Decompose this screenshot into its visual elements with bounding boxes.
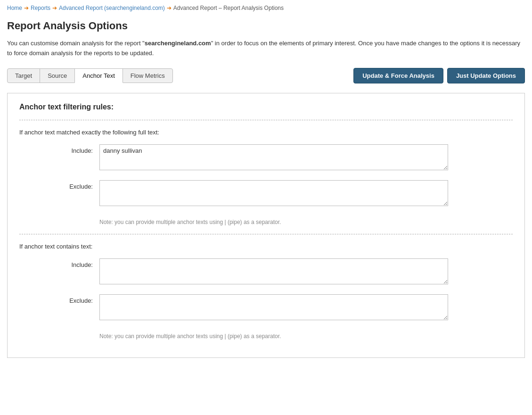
contains-note-spacer — [19, 330, 99, 333]
contains-include-field — [99, 258, 448, 286]
contains-exclude-row: Exclude: — [19, 294, 513, 322]
contains-include-row: Include: — [19, 258, 513, 286]
exact-exclude-row: Exclude: — [19, 180, 513, 208]
breadcrumb-reports[interactable]: Reports — [31, 5, 50, 11]
anchor-text-section-title: Anchor text filtering rules: — [19, 103, 513, 111]
just-update-button[interactable]: Just Update Options — [447, 68, 525, 83]
contains-include-textarea[interactable] — [99, 258, 448, 284]
exact-exclude-textarea[interactable] — [99, 180, 448, 206]
breadcrumb-home[interactable]: Home — [7, 5, 22, 11]
divider-2 — [19, 234, 513, 234]
page-title: Report Analysis Options — [7, 20, 525, 32]
contains-exclude-field — [99, 294, 448, 322]
contains-label: If anchor text contains text: — [19, 243, 513, 250]
tab-source[interactable]: Source — [40, 68, 75, 83]
contains-exclude-label: Exclude: — [19, 294, 99, 304]
breadcrumb-arrow-3: ➔ — [167, 5, 172, 11]
divider-1 — [19, 120, 513, 120]
breadcrumb: Home ➔ Reports ➔ Advanced Report (search… — [7, 5, 525, 11]
breadcrumb-arrow-1: ➔ — [24, 5, 29, 11]
breadcrumb-advanced-report[interactable]: Advanced Report (searchengineland.com) — [59, 5, 165, 11]
exact-note-spacer — [19, 216, 99, 219]
tab-target[interactable]: Target — [7, 68, 40, 83]
exact-exclude-field — [99, 180, 448, 208]
exact-note-row: Note: you can provide multiple anchor te… — [19, 216, 513, 225]
tab-anchor-text[interactable]: Anchor Text — [74, 68, 123, 83]
exact-include-textarea[interactable] — [99, 144, 448, 170]
exact-include-label: Include: — [19, 144, 99, 154]
tabs-row: Target Source Anchor Text Flow Metrics U… — [7, 68, 525, 83]
exact-exclude-label: Exclude: — [19, 180, 99, 190]
exact-note: Note: you can provide multiple anchor te… — [99, 219, 281, 225]
contains-note: Note: you can provide multiple anchor te… — [99, 333, 281, 340]
breadcrumb-arrow-2: ➔ — [52, 5, 57, 11]
exact-include-row: Include: — [19, 144, 513, 172]
contains-include-label: Include: — [19, 258, 99, 268]
contains-note-row: Note: you can provide multiple anchor te… — [19, 330, 513, 340]
tab-flow-metrics[interactable]: Flow Metrics — [123, 68, 173, 83]
exact-include-field — [99, 144, 448, 172]
page-description: You can customise domain analysis for th… — [7, 39, 525, 58]
update-force-button[interactable]: Update & Force Analysis — [353, 68, 443, 83]
tabs-container: Target Source Anchor Text Flow Metrics — [7, 68, 172, 83]
breadcrumb-current: Advanced Report – Report Analysis Option… — [173, 5, 284, 11]
exact-match-label: If anchor text matched exactly the follo… — [19, 129, 513, 136]
action-buttons: Update & Force Analysis Just Update Opti… — [353, 68, 525, 83]
content-area: Anchor text filtering rules: If anchor t… — [7, 93, 525, 358]
contains-exclude-textarea[interactable] — [99, 294, 448, 320]
